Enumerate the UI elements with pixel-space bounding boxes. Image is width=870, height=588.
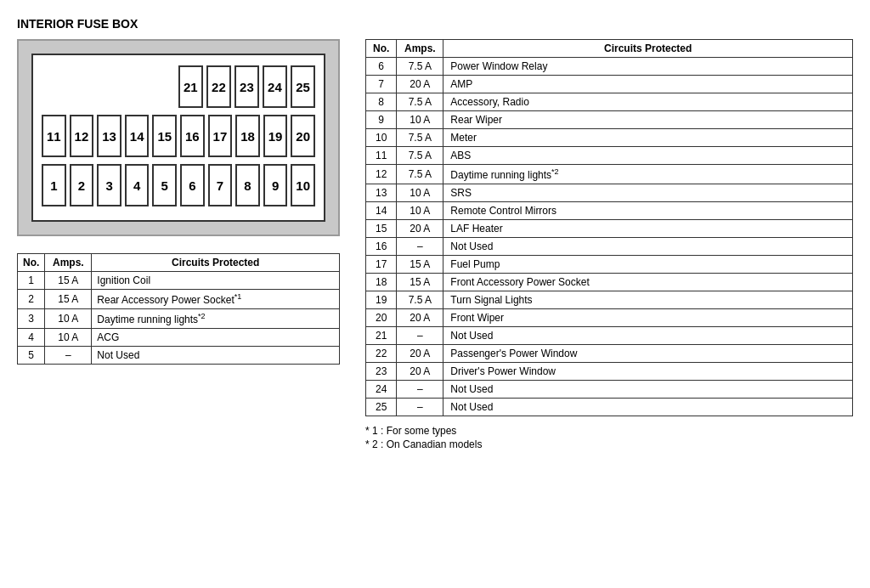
right-table-row: 10 7.5 A Meter (366, 129, 853, 147)
fuse-cell-empty (42, 65, 65, 108)
fuse-cell-16: 16 (180, 115, 205, 157)
right-fuse-table: No. Amps. Circuits Protected 6 7.5 A Pow… (365, 39, 853, 416)
fuse-cell-17: 17 (208, 115, 233, 157)
right-table-row: 25 – Not Used (366, 399, 853, 416)
right-row-no: 25 (366, 399, 397, 416)
fuse-cell-21: 21 (178, 65, 203, 108)
right-table-row: 6 7.5 A Power Window Relay (366, 58, 853, 76)
right-row-no: 21 (366, 327, 397, 345)
left-col-amps: Amps. (45, 254, 92, 272)
right-row-no: 10 (366, 129, 397, 147)
right-row-amps: – (397, 238, 443, 256)
right-row-amps: 7.5 A (397, 291, 443, 309)
fuse-cell-9: 9 (263, 164, 288, 206)
right-row-amps: 20 A (397, 76, 443, 93)
left-table-header-row: No. Amps. Circuits Protected (18, 254, 340, 272)
right-row-circuit: Not Used (443, 238, 853, 256)
right-row-no: 13 (366, 184, 397, 202)
right-row-amps: 7.5 A (397, 58, 443, 76)
right-row-no: 8 (366, 93, 397, 111)
right-row-no: 15 (366, 220, 397, 238)
right-row-no: 24 (366, 381, 397, 399)
right-row-circuit: ABS (443, 147, 853, 165)
right-row-amps: – (397, 327, 443, 345)
left-row-circuit: ACG (92, 329, 340, 347)
right-col-no: No. (366, 40, 397, 58)
right-row-circuit: Not Used (443, 327, 853, 345)
right-row-amps: 7.5 A (397, 129, 443, 147)
left-row-amps: 15 A (45, 272, 92, 290)
fuse-cell-1: 1 (42, 164, 66, 206)
right-row-amps: 20 A (397, 363, 443, 381)
left-row-circuit: Not Used (92, 347, 340, 365)
right-table-row: 16 – Not Used (366, 238, 853, 256)
right-row-circuit: Remote Control Mirrors (443, 202, 853, 220)
right-row-no: 7 (366, 76, 397, 93)
right-table-row: 12 7.5 A Daytime running lights*2 (366, 165, 853, 184)
right-row-circuit: Power Window Relay (443, 58, 853, 76)
right-row-no: 6 (366, 58, 397, 76)
right-row-no: 19 (366, 291, 397, 309)
fuse-cell-2: 2 (70, 164, 94, 206)
fuse-cell-14: 14 (125, 115, 150, 157)
fuse-cell-24: 24 (263, 65, 287, 108)
left-row-no: 1 (18, 272, 45, 290)
right-table-row: 14 10 A Remote Control Mirrors (366, 202, 853, 220)
right-table-row: 9 10 A Rear Wiper (366, 111, 853, 129)
right-row-amps: 20 A (397, 220, 443, 238)
right-row-circuit: Meter (443, 129, 853, 147)
fuse-cell-7: 7 (208, 164, 233, 206)
right-table-row: 8 7.5 A Accessory, Radio (366, 93, 853, 111)
right-row-no: 14 (366, 202, 397, 220)
right-row-circuit: Front Accessory Power Socket (443, 274, 853, 291)
right-row-no: 17 (366, 256, 397, 274)
right-row-no: 12 (366, 165, 397, 184)
right-row-amps: 10 A (397, 184, 443, 202)
left-table-row: 1 15 A Ignition Coil (18, 272, 340, 290)
fuse-row-bottom: 1 2 3 4 5 6 7 8 9 10 (40, 162, 317, 208)
left-row-no: 3 (18, 309, 45, 329)
right-col-circuits: Circuits Protected (443, 40, 853, 58)
fuse-cell-25: 25 (291, 65, 315, 108)
right-row-amps: 7.5 A (397, 147, 443, 165)
right-row-no: 18 (366, 274, 397, 291)
right-row-no: 22 (366, 345, 397, 363)
left-col-no: No. (18, 254, 45, 272)
fuse-cell-empty (124, 65, 148, 108)
right-row-no: 20 (366, 309, 397, 327)
right-table-row: 7 20 A AMP (366, 76, 853, 93)
right-row-circuit: Fuel Pump (443, 256, 853, 274)
right-row-amps: 10 A (397, 111, 443, 129)
fuse-row-middle: 11 12 13 14 15 16 17 18 19 20 (40, 113, 317, 159)
right-row-circuit: Not Used (443, 381, 853, 399)
fuse-cell-10: 10 (291, 164, 315, 206)
right-row-amps: 7.5 A (397, 93, 443, 111)
right-table-row: 23 20 A Driver's Power Window (366, 363, 853, 381)
fuse-box-inner: 21 22 23 24 25 11 12 13 14 15 16 17 18 1… (31, 54, 325, 222)
right-row-circuit: Rear Wiper (443, 111, 853, 129)
left-fuse-table: No. Amps. Circuits Protected 1 15 A Igni… (17, 253, 340, 365)
fuse-cell-23: 23 (234, 65, 259, 108)
fuse-cell-3: 3 (97, 164, 121, 206)
right-row-amps: – (397, 399, 443, 416)
right-row-circuit: Not Used (443, 399, 853, 416)
left-row-no: 5 (18, 347, 45, 365)
right-table-row: 17 15 A Fuel Pump (366, 256, 853, 274)
fuse-cell-empty (69, 65, 93, 108)
right-row-circuit: Passenger's Power Window (443, 345, 853, 363)
right-table-row: 24 – Not Used (366, 381, 853, 399)
fuse-row-top: 21 22 23 24 25 (40, 64, 317, 110)
fuse-cell-12: 12 (70, 115, 94, 157)
right-row-no: 16 (366, 238, 397, 256)
left-row-amps: 10 A (45, 329, 92, 347)
right-row-circuit: LAF Heater (443, 220, 853, 238)
fuse-cell-19: 19 (263, 115, 288, 157)
fuse-cell-6: 6 (180, 164, 205, 206)
right-table-row: 19 7.5 A Turn Signal Lights (366, 291, 853, 309)
right-row-no: 9 (366, 111, 397, 129)
right-row-amps: 15 A (397, 256, 443, 274)
right-table-row: 22 20 A Passenger's Power Window (366, 345, 853, 363)
left-table-row: 3 10 A Daytime running lights*2 (18, 309, 340, 329)
right-table-row: 18 15 A Front Accessory Power Socket (366, 274, 853, 291)
left-table-row: 5 – Not Used (18, 347, 340, 365)
